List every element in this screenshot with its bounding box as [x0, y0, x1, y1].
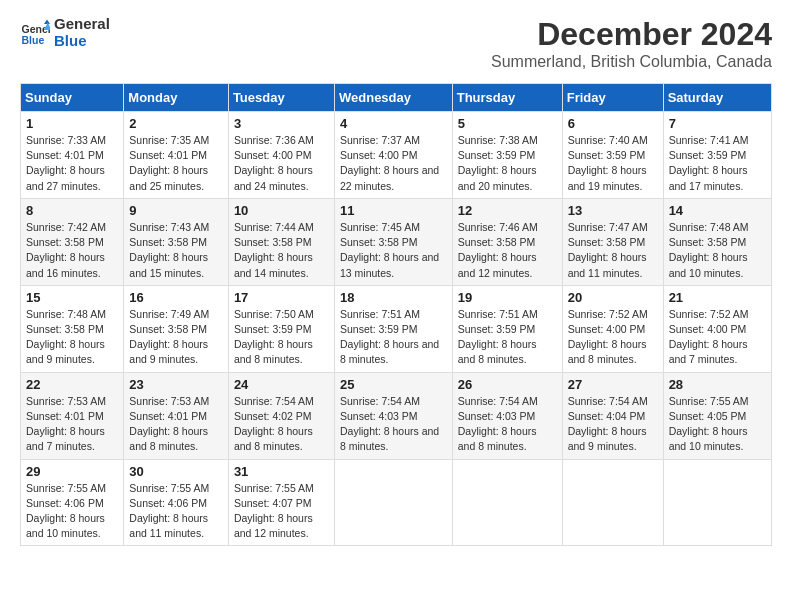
title-section: December 2024 Summerland, British Columb…	[491, 16, 772, 71]
calendar-cell: 29 Sunrise: 7:55 AM Sunset: 4:06 PM Dayl…	[21, 459, 124, 546]
day-info: Sunrise: 7:44 AM Sunset: 3:58 PM Dayligh…	[234, 220, 329, 281]
day-info: Sunrise: 7:35 AM Sunset: 4:01 PM Dayligh…	[129, 133, 223, 194]
calendar-cell: 2 Sunrise: 7:35 AM Sunset: 4:01 PM Dayli…	[124, 112, 229, 199]
day-info: Sunrise: 7:55 AM Sunset: 4:07 PM Dayligh…	[234, 481, 329, 542]
day-info: Sunrise: 7:53 AM Sunset: 4:01 PM Dayligh…	[129, 394, 223, 455]
calendar-cell: 14 Sunrise: 7:48 AM Sunset: 3:58 PM Dayl…	[663, 198, 771, 285]
calendar-table: SundayMondayTuesdayWednesdayThursdayFrid…	[20, 83, 772, 546]
day-info: Sunrise: 7:37 AM Sunset: 4:00 PM Dayligh…	[340, 133, 447, 194]
calendar-cell: 30 Sunrise: 7:55 AM Sunset: 4:06 PM Dayl…	[124, 459, 229, 546]
day-info: Sunrise: 7:54 AM Sunset: 4:04 PM Dayligh…	[568, 394, 658, 455]
day-number: 1	[26, 116, 118, 131]
day-info: Sunrise: 7:51 AM Sunset: 3:59 PM Dayligh…	[340, 307, 447, 368]
day-number: 17	[234, 290, 329, 305]
day-number: 23	[129, 377, 223, 392]
calendar-week-4: 22 Sunrise: 7:53 AM Sunset: 4:01 PM Dayl…	[21, 372, 772, 459]
day-info: Sunrise: 7:38 AM Sunset: 3:59 PM Dayligh…	[458, 133, 557, 194]
day-number: 5	[458, 116, 557, 131]
day-info: Sunrise: 7:48 AM Sunset: 3:58 PM Dayligh…	[669, 220, 766, 281]
header-thursday: Thursday	[452, 84, 562, 112]
day-number: 3	[234, 116, 329, 131]
day-number: 27	[568, 377, 658, 392]
header-saturday: Saturday	[663, 84, 771, 112]
day-info: Sunrise: 7:45 AM Sunset: 3:58 PM Dayligh…	[340, 220, 447, 281]
day-number: 14	[669, 203, 766, 218]
day-info: Sunrise: 7:51 AM Sunset: 3:59 PM Dayligh…	[458, 307, 557, 368]
calendar-cell: 1 Sunrise: 7:33 AM Sunset: 4:01 PM Dayli…	[21, 112, 124, 199]
day-number: 22	[26, 377, 118, 392]
day-number: 13	[568, 203, 658, 218]
page-header: General Blue General Blue December 2024 …	[20, 16, 772, 71]
day-info: Sunrise: 7:55 AM Sunset: 4:05 PM Dayligh…	[669, 394, 766, 455]
calendar-cell: 24 Sunrise: 7:54 AM Sunset: 4:02 PM Dayl…	[228, 372, 334, 459]
calendar-cell: 19 Sunrise: 7:51 AM Sunset: 3:59 PM Dayl…	[452, 285, 562, 372]
day-number: 20	[568, 290, 658, 305]
page-title: December 2024	[491, 16, 772, 53]
day-number: 19	[458, 290, 557, 305]
day-number: 4	[340, 116, 447, 131]
svg-text:Blue: Blue	[22, 33, 45, 45]
day-number: 30	[129, 464, 223, 479]
calendar-cell: 16 Sunrise: 7:49 AM Sunset: 3:58 PM Dayl…	[124, 285, 229, 372]
calendar-cell: 27 Sunrise: 7:54 AM Sunset: 4:04 PM Dayl…	[562, 372, 663, 459]
day-number: 25	[340, 377, 447, 392]
header-wednesday: Wednesday	[334, 84, 452, 112]
day-number: 15	[26, 290, 118, 305]
calendar-cell: 17 Sunrise: 7:50 AM Sunset: 3:59 PM Dayl…	[228, 285, 334, 372]
calendar-cell: 20 Sunrise: 7:52 AM Sunset: 4:00 PM Dayl…	[562, 285, 663, 372]
logo-line1: General	[54, 16, 110, 33]
day-info: Sunrise: 7:43 AM Sunset: 3:58 PM Dayligh…	[129, 220, 223, 281]
day-info: Sunrise: 7:54 AM Sunset: 4:02 PM Dayligh…	[234, 394, 329, 455]
day-info: Sunrise: 7:52 AM Sunset: 4:00 PM Dayligh…	[568, 307, 658, 368]
day-info: Sunrise: 7:33 AM Sunset: 4:01 PM Dayligh…	[26, 133, 118, 194]
calendar-cell: 4 Sunrise: 7:37 AM Sunset: 4:00 PM Dayli…	[334, 112, 452, 199]
day-number: 21	[669, 290, 766, 305]
calendar-cell	[334, 459, 452, 546]
day-info: Sunrise: 7:36 AM Sunset: 4:00 PM Dayligh…	[234, 133, 329, 194]
day-number: 2	[129, 116, 223, 131]
day-info: Sunrise: 7:46 AM Sunset: 3:58 PM Dayligh…	[458, 220, 557, 281]
day-info: Sunrise: 7:55 AM Sunset: 4:06 PM Dayligh…	[129, 481, 223, 542]
calendar-cell: 31 Sunrise: 7:55 AM Sunset: 4:07 PM Dayl…	[228, 459, 334, 546]
logo-icon: General Blue	[20, 18, 50, 48]
calendar-cell: 28 Sunrise: 7:55 AM Sunset: 4:05 PM Dayl…	[663, 372, 771, 459]
day-number: 24	[234, 377, 329, 392]
header-sunday: Sunday	[21, 84, 124, 112]
logo-line2: Blue	[54, 33, 110, 50]
calendar-week-3: 15 Sunrise: 7:48 AM Sunset: 3:58 PM Dayl…	[21, 285, 772, 372]
calendar-cell	[663, 459, 771, 546]
day-info: Sunrise: 7:52 AM Sunset: 4:00 PM Dayligh…	[669, 307, 766, 368]
day-info: Sunrise: 7:53 AM Sunset: 4:01 PM Dayligh…	[26, 394, 118, 455]
calendar-cell: 7 Sunrise: 7:41 AM Sunset: 3:59 PM Dayli…	[663, 112, 771, 199]
calendar-cell	[452, 459, 562, 546]
calendar-week-1: 1 Sunrise: 7:33 AM Sunset: 4:01 PM Dayli…	[21, 112, 772, 199]
header-monday: Monday	[124, 84, 229, 112]
day-number: 28	[669, 377, 766, 392]
calendar-cell: 23 Sunrise: 7:53 AM Sunset: 4:01 PM Dayl…	[124, 372, 229, 459]
calendar-cell: 22 Sunrise: 7:53 AM Sunset: 4:01 PM Dayl…	[21, 372, 124, 459]
calendar-cell: 8 Sunrise: 7:42 AM Sunset: 3:58 PM Dayli…	[21, 198, 124, 285]
day-info: Sunrise: 7:54 AM Sunset: 4:03 PM Dayligh…	[458, 394, 557, 455]
day-number: 10	[234, 203, 329, 218]
calendar-cell: 25 Sunrise: 7:54 AM Sunset: 4:03 PM Dayl…	[334, 372, 452, 459]
day-number: 29	[26, 464, 118, 479]
day-info: Sunrise: 7:47 AM Sunset: 3:58 PM Dayligh…	[568, 220, 658, 281]
calendar-cell: 5 Sunrise: 7:38 AM Sunset: 3:59 PM Dayli…	[452, 112, 562, 199]
day-info: Sunrise: 7:54 AM Sunset: 4:03 PM Dayligh…	[340, 394, 447, 455]
calendar-cell: 18 Sunrise: 7:51 AM Sunset: 3:59 PM Dayl…	[334, 285, 452, 372]
day-number: 7	[669, 116, 766, 131]
day-number: 16	[129, 290, 223, 305]
calendar-cell: 21 Sunrise: 7:52 AM Sunset: 4:00 PM Dayl…	[663, 285, 771, 372]
calendar-cell: 10 Sunrise: 7:44 AM Sunset: 3:58 PM Dayl…	[228, 198, 334, 285]
day-info: Sunrise: 7:48 AM Sunset: 3:58 PM Dayligh…	[26, 307, 118, 368]
day-info: Sunrise: 7:50 AM Sunset: 3:59 PM Dayligh…	[234, 307, 329, 368]
day-info: Sunrise: 7:42 AM Sunset: 3:58 PM Dayligh…	[26, 220, 118, 281]
day-info: Sunrise: 7:41 AM Sunset: 3:59 PM Dayligh…	[669, 133, 766, 194]
calendar-week-2: 8 Sunrise: 7:42 AM Sunset: 3:58 PM Dayli…	[21, 198, 772, 285]
calendar-cell: 13 Sunrise: 7:47 AM Sunset: 3:58 PM Dayl…	[562, 198, 663, 285]
day-number: 18	[340, 290, 447, 305]
day-number: 6	[568, 116, 658, 131]
calendar-week-5: 29 Sunrise: 7:55 AM Sunset: 4:06 PM Dayl…	[21, 459, 772, 546]
calendar-cell: 11 Sunrise: 7:45 AM Sunset: 3:58 PM Dayl…	[334, 198, 452, 285]
calendar-cell	[562, 459, 663, 546]
